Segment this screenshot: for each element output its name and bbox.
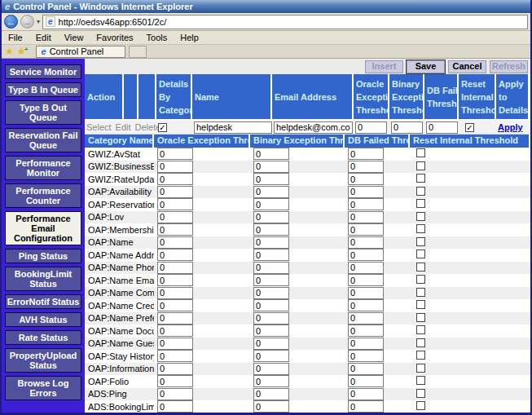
oracle-threshold-input[interactable]	[157, 324, 193, 337]
db-failed-threshold-input[interactable]	[348, 198, 384, 210]
binary-threshold-input[interactable]	[253, 287, 289, 299]
oracle-threshold-input[interactable]	[157, 148, 193, 160]
db-failed-threshold-input[interactable]	[348, 161, 384, 173]
binary-threshold-input[interactable]	[253, 324, 289, 337]
sidebar-item-rate-status[interactable]: Rate Status	[5, 330, 81, 345]
oracle-threshold-input[interactable]	[157, 312, 193, 324]
binary-threshold-input[interactable]	[253, 274, 289, 286]
db-failed-threshold-input[interactable]	[348, 350, 384, 362]
db-failed-threshold-input[interactable]	[348, 236, 384, 249]
reset-internal-checkbox[interactable]	[416, 161, 425, 170]
binary-threshold-input[interactable]	[253, 148, 289, 160]
db-failed-threshold-input[interactable]	[348, 148, 384, 160]
binary-threshold-input[interactable]	[253, 350, 289, 362]
db-failed-threshold-input[interactable]	[348, 388, 384, 400]
oracle-threshold-input[interactable]	[157, 400, 193, 413]
reset-internal-checkbox[interactable]	[416, 212, 425, 221]
forward-button[interactable]: →	[20, 15, 34, 29]
binary-threshold-input[interactable]	[253, 161, 289, 173]
db-failed-threshold-input[interactable]	[348, 324, 384, 337]
db-failed-threshold-input[interactable]	[348, 299, 384, 311]
oracle-threshold-input[interactable]	[157, 173, 193, 185]
reset-internal-checkbox[interactable]	[416, 313, 425, 322]
sidebar-item-service-monitor[interactable]: Service Monitor	[5, 64, 81, 79]
db-failed-threshold-input[interactable]	[348, 312, 384, 324]
binary-threshold-input[interactable]	[253, 173, 289, 185]
reset-internal-checkbox[interactable]	[416, 263, 425, 272]
reset-internal-checkbox[interactable]	[416, 237, 425, 246]
history-dropdown-icon[interactable]: ▾	[37, 18, 40, 25]
sidebar-item-propertyupload-status[interactable]: PropertyUpload Status	[5, 348, 81, 373]
binary-threshold-input[interactable]	[253, 198, 289, 210]
oracle-threshold-input[interactable]	[157, 299, 193, 311]
db-failed-threshold-input[interactable]	[348, 363, 384, 375]
menu-view[interactable]: View	[58, 33, 90, 42]
oracle-threshold-input[interactable]	[157, 223, 193, 236]
db-failed-threshold-input[interactable]	[426, 121, 458, 134]
sidebar-item-type-b-in-queue[interactable]: Type B In Queue	[5, 82, 81, 97]
reset-internal-checkbox[interactable]: ✓	[465, 123, 474, 132]
binary-threshold-input[interactable]	[253, 312, 289, 324]
save-button[interactable]: Save	[407, 60, 445, 73]
oracle-threshold-input[interactable]	[157, 287, 193, 299]
oracle-threshold-input[interactable]	[157, 198, 193, 210]
select-link[interactable]: Select	[86, 122, 112, 132]
reset-internal-checkbox[interactable]	[416, 364, 425, 373]
db-failed-threshold-input[interactable]	[348, 400, 384, 413]
reset-internal-checkbox[interactable]	[416, 288, 425, 297]
binary-threshold-input[interactable]	[253, 223, 289, 236]
oracle-threshold-input[interactable]	[157, 262, 193, 274]
reset-internal-checkbox[interactable]	[416, 174, 425, 183]
reset-internal-checkbox[interactable]	[416, 300, 425, 309]
binary-threshold-input[interactable]	[253, 299, 289, 311]
binary-threshold-input[interactable]	[253, 363, 289, 375]
db-failed-threshold-input[interactable]	[348, 223, 384, 236]
reset-internal-checkbox[interactable]	[416, 325, 425, 334]
oracle-threshold-input[interactable]	[157, 236, 193, 249]
oracle-threshold-input[interactable]	[157, 363, 193, 375]
sidebar-item-bookinglimit-status[interactable]: BookingLimit Status	[5, 267, 81, 291]
sidebar-item-performance-monitor[interactable]: Performance Monitor	[5, 156, 81, 180]
email-input[interactable]	[274, 121, 353, 134]
db-failed-threshold-input[interactable]	[348, 287, 384, 299]
url-input[interactable]: e http://oedsv46app:6501/2c/	[42, 15, 528, 29]
cancel-button[interactable]: Cancel	[448, 60, 486, 73]
reset-internal-checkbox[interactable]	[416, 376, 425, 385]
reset-internal-checkbox[interactable]	[416, 275, 425, 284]
binary-threshold-input[interactable]	[253, 388, 289, 400]
oracle-threshold-input[interactable]	[157, 388, 193, 400]
tab-control-panel[interactable]: e Control Panel	[36, 46, 125, 58]
new-tab-button[interactable]	[129, 46, 147, 58]
menu-edit[interactable]: Edit	[29, 33, 58, 42]
binary-threshold-input[interactable]	[253, 211, 289, 223]
db-failed-threshold-input[interactable]	[348, 249, 384, 261]
reset-internal-checkbox[interactable]	[416, 338, 425, 347]
reset-internal-checkbox[interactable]	[416, 224, 425, 233]
db-failed-threshold-input[interactable]	[348, 274, 384, 286]
oracle-threshold-input[interactable]	[355, 121, 387, 134]
binary-threshold-input[interactable]	[253, 338, 289, 350]
sidebar-item-errornotif-status[interactable]: ErrorNotif Status	[5, 294, 81, 309]
binary-threshold-input[interactable]	[253, 375, 289, 387]
sidebar-item-browse-log-errors[interactable]: Browse Log Errors	[5, 376, 81, 400]
reset-internal-checkbox[interactable]	[416, 249, 425, 258]
sidebar-item-performance-counter[interactable]: Performance Counter	[5, 183, 81, 208]
db-failed-threshold-input[interactable]	[348, 338, 384, 350]
binary-threshold-input[interactable]	[253, 249, 289, 261]
binary-threshold-input[interactable]	[253, 400, 289, 413]
details-by-category-checkbox[interactable]: ✓	[158, 123, 167, 132]
db-failed-threshold-input[interactable]	[348, 173, 384, 185]
menu-help[interactable]: Help	[174, 33, 205, 42]
oracle-threshold-input[interactable]	[157, 338, 193, 350]
db-failed-threshold-input[interactable]	[348, 262, 384, 274]
oracle-threshold-input[interactable]	[157, 211, 193, 223]
apply-link[interactable]: Apply	[498, 122, 523, 132]
edit-link[interactable]: Edit	[116, 122, 131, 132]
oracle-threshold-input[interactable]	[157, 186, 193, 198]
refresh-button[interactable]: Refresh	[490, 60, 528, 73]
sidebar-item-reservation-fail-queue[interactable]: Reservation Fail Queue	[5, 128, 81, 152]
reset-internal-checkbox[interactable]	[416, 351, 425, 360]
name-input[interactable]	[194, 121, 272, 134]
oracle-threshold-input[interactable]	[157, 350, 193, 362]
menu-tools[interactable]: Tools	[140, 33, 174, 42]
